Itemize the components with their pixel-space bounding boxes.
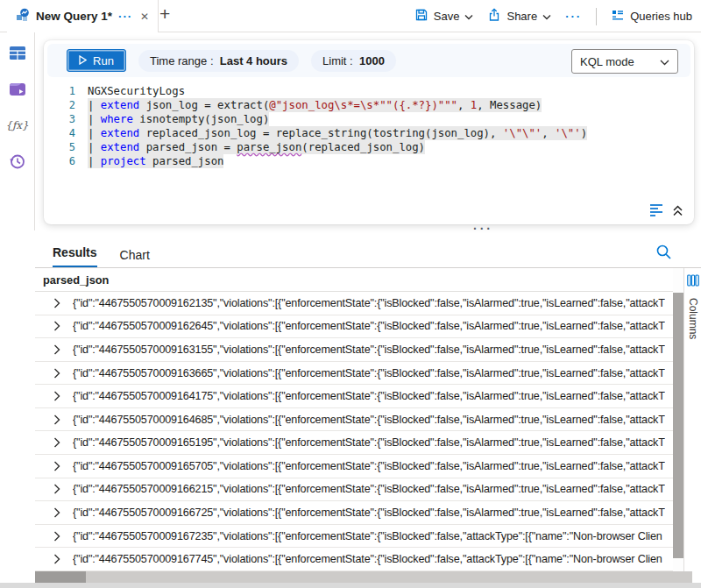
row-json-text: {"id":"4467550570009164175","violations"… — [73, 390, 665, 402]
table-icon[interactable] — [9, 45, 26, 62]
code-line[interactable]: 6| project parsed_json — [53, 154, 685, 168]
table-row[interactable]: {"id":"4467550570009166725","violations"… — [35, 501, 673, 525]
history-icon[interactable] — [9, 152, 26, 170]
horizontal-scrollbar[interactable] — [35, 571, 692, 583]
page-bottom-scrollbar[interactable] — [0, 583, 701, 588]
code-line[interactable]: 1NGXSecurityLogs — [53, 84, 685, 98]
result-rows: {"id":"4467550570009162135","violations"… — [35, 292, 673, 571]
line-number: 6 — [53, 154, 75, 168]
run-label: Run — [93, 54, 114, 67]
expand-chevron-icon[interactable] — [53, 531, 60, 542]
collapse-double-chevron-up-icon[interactable] — [672, 204, 683, 220]
code-text: | extend replaced_json_log = replace_str… — [88, 126, 587, 140]
table-row[interactable]: {"id":"4467550570009166215","violations"… — [35, 478, 673, 502]
chevron-down-icon — [464, 10, 473, 23]
expand-chevron-icon[interactable] — [53, 554, 60, 564]
code-lines: 1NGXSecurityLogs2| extend json_log = ext… — [53, 84, 685, 168]
results-grid: parsed_json {"id":"4467550570009162135",… — [35, 268, 673, 571]
row-json-text: {"id":"4467550570009162135","violations"… — [73, 297, 665, 309]
table-row[interactable]: {"id":"4467550570009163665","violations"… — [35, 362, 673, 386]
query-tab[interactable]: New Query 1* ··· ✕ — [7, 0, 159, 32]
table-row[interactable]: {"id":"4467550570009163155","violations"… — [35, 338, 673, 362]
expand-chevron-icon[interactable] — [53, 344, 60, 355]
tab-more-icon[interactable]: ··· — [118, 10, 132, 23]
code-line[interactable]: 3| where isnotempty(json_log) — [53, 112, 685, 126]
share-button[interactable]: Share — [487, 8, 551, 25]
kql-mode-select[interactable]: KQL mode — [571, 49, 678, 74]
code-text: NGXSecurityLogs — [88, 84, 185, 98]
functions-icon-text: {ƒx} — [5, 119, 28, 131]
table-row[interactable]: {"id":"4467550570009162645","violations"… — [35, 315, 673, 339]
tab-chart[interactable]: Chart — [120, 248, 150, 268]
chevron-down-icon — [542, 10, 551, 23]
save-label: Save — [434, 10, 460, 23]
tab-close-icon[interactable]: ✕ — [140, 11, 149, 23]
saved-queries-icon[interactable] — [9, 81, 26, 98]
expand-chevron-icon[interactable] — [53, 484, 60, 494]
tab-results[interactable]: Results — [53, 245, 97, 268]
table-row[interactable]: {"id":"4467550570009165195","violations"… — [35, 431, 673, 455]
columns-icon — [687, 274, 699, 290]
more-options-button[interactable]: ··· — [565, 10, 582, 23]
run-button[interactable]: Run — [67, 49, 126, 72]
query-toolbar: Run Time range : Last 4 hours Limit : 10… — [47, 44, 690, 77]
share-icon — [487, 8, 501, 25]
code-line[interactable]: 4| extend replaced_json_log = replace_st… — [53, 126, 685, 140]
column-header-parsed-json[interactable]: parsed_json — [35, 268, 673, 292]
table-row[interactable]: {"id":"4467550570009162135","violations"… — [35, 292, 673, 315]
vertical-scrollbar[interactable] — [673, 268, 683, 571]
search-button[interactable] — [655, 244, 672, 264]
new-tab-button[interactable]: + — [159, 4, 170, 25]
table-row[interactable]: {"id":"4467550570009167235","violations"… — [35, 525, 673, 549]
code-line[interactable]: 5| extend parsed_json = parse_json(repla… — [53, 140, 685, 154]
line-number: 3 — [53, 112, 75, 126]
query-editor-card: Run Time range : Last 4 hours Limit : 10… — [44, 40, 694, 224]
code-editor[interactable]: 1NGXSecurityLogs2| extend json_log = ext… — [53, 84, 685, 168]
format-lines-icon[interactable] — [649, 203, 664, 220]
tab-bar: New Query 1* ··· ✕ + Save — [0, 0, 701, 32]
kql-mode-value: KQL mode — [580, 55, 634, 68]
expand-chevron-icon[interactable] — [53, 414, 60, 425]
row-json-text: {"id":"4467550570009167745","violations"… — [73, 553, 662, 565]
limit-pill[interactable]: Limit : 1000 — [311, 50, 396, 72]
row-json-text: {"id":"4467550570009165195","violations"… — [73, 436, 665, 449]
limit-value: 1000 — [359, 54, 385, 67]
expand-chevron-icon[interactable] — [53, 391, 60, 401]
functions-icon[interactable]: {ƒx} — [9, 117, 26, 134]
time-range-pill[interactable]: Time range : Last 4 hours — [138, 50, 299, 72]
time-range-value: Last 4 hours — [220, 54, 287, 67]
table-row[interactable]: {"id":"4467550570009164175","violations"… — [35, 385, 673, 408]
columns-panel-toggle[interactable]: Columns — [683, 268, 701, 571]
expand-chevron-icon[interactable] — [53, 437, 60, 448]
code-line[interactable]: 2| extend json_log = extract(@"json_log\… — [53, 98, 685, 112]
row-json-text: {"id":"4467550570009162645","violations"… — [73, 320, 665, 332]
horizontal-scrollbar-thumb[interactable] — [35, 571, 86, 583]
columns-panel-label: Columns — [687, 298, 699, 339]
splitter-handle[interactable]: ··· — [473, 222, 493, 236]
save-button[interactable]: Save — [414, 8, 474, 25]
header-actions: Save Share ··· — [414, 0, 692, 32]
row-json-text: {"id":"4467550570009164685","violations"… — [73, 414, 665, 426]
vertical-scrollbar-thumb[interactable] — [673, 293, 683, 558]
expand-chevron-icon[interactable] — [53, 461, 60, 471]
expand-chevron-icon[interactable] — [53, 507, 60, 518]
tab-title: New Query 1* — [36, 10, 112, 23]
code-text: | project parsed_json — [88, 154, 223, 168]
code-text: | extend parsed_json = parse_json(replac… — [88, 140, 425, 154]
code-text: | extend json_log = extract(@"json_log\s… — [88, 98, 542, 112]
line-number: 1 — [53, 84, 75, 98]
expand-chevron-icon[interactable] — [53, 368, 60, 379]
queries-hub-button[interactable]: Queries hub — [611, 8, 692, 25]
expand-chevron-icon[interactable] — [53, 321, 60, 331]
line-number: 4 — [53, 126, 75, 140]
left-rail: {ƒx} — [0, 32, 35, 230]
floppy-icon — [414, 8, 428, 25]
expand-chevron-icon[interactable] — [53, 298, 60, 308]
list-icon — [611, 8, 625, 25]
row-json-text: {"id":"4467550570009163665","violations"… — [73, 367, 665, 379]
queries-hub-label: Queries hub — [630, 10, 692, 23]
table-row[interactable]: {"id":"4467550570009167745","violations"… — [35, 548, 673, 571]
table-row[interactable]: {"id":"4467550570009165705","violations"… — [35, 455, 673, 478]
table-row[interactable]: {"id":"4467550570009164685","violations"… — [35, 408, 673, 432]
code-text: | where isnotempty(json_log) — [88, 112, 269, 126]
